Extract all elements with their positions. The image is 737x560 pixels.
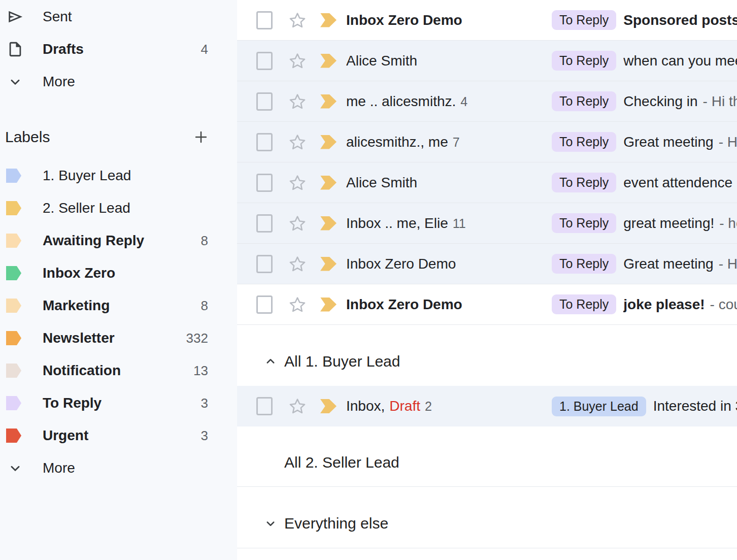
email-row[interactable]: Inbox Zero Demo To Reply Sponsored posts… [237, 0, 737, 41]
sidebar-label-awaiting-reply[interactable]: Awaiting Reply 8 [0, 224, 237, 257]
label-name: 1. Buyer Lead [43, 168, 208, 184]
label-tag-icon [6, 266, 21, 280]
labels-title: Labels [5, 128, 50, 146]
section-title: All 2. Seller Lead [284, 454, 399, 471]
thread-count: 7 [453, 135, 460, 150]
label-tag-icon [6, 169, 21, 183]
label-badge[interactable]: To Reply [552, 10, 616, 30]
importance-marker-icon[interactable] [320, 216, 337, 230]
star-icon[interactable] [288, 133, 307, 152]
sidebar-label-to-reply[interactable]: To Reply 3 [0, 387, 237, 419]
importance-marker-icon[interactable] [320, 399, 337, 413]
email-sender: Alice Smith [346, 53, 552, 69]
label-tag-icon [6, 364, 21, 378]
email-row[interactable]: Inbox .. me, Elie11 To Reply great meeti… [237, 203, 737, 244]
sidebar-item-sent[interactable]: Sent [0, 1, 237, 33]
select-checkbox[interactable] [256, 397, 273, 415]
email-subject: Great meeting [623, 134, 713, 150]
label-badge[interactable]: To Reply [552, 51, 616, 71]
sidebar-label-seller-lead[interactable]: 2. Seller Lead [0, 192, 237, 224]
email-subject: great meeting! [623, 215, 714, 232]
label-badge[interactable]: To Reply [552, 294, 616, 314]
sidebar-label-marketing[interactable]: Marketing 8 [0, 289, 237, 322]
select-checkbox[interactable] [256, 255, 273, 273]
chevron-down-icon[interactable] [263, 516, 278, 531]
sidebar-item-label: Drafts [43, 41, 201, 57]
sidebar: Sent Drafts 4 More Labels 1. Buyer Lead … [0, 0, 237, 560]
sidebar-label-newsletter[interactable]: Newsletter 332 [0, 322, 237, 354]
draft-label: Draft [389, 398, 420, 414]
importance-marker-icon[interactable] [320, 13, 337, 27]
email-row[interactable]: alicesmithz., me7 To Reply Great meeting… [237, 122, 737, 162]
section-header-buyer-lead[interactable]: All 1. Buyer Lead [237, 325, 737, 386]
email-row[interactable]: Alice Smith To Reply event attendence- H [237, 162, 737, 203]
star-icon[interactable] [288, 214, 307, 233]
email-sender: Inbox .. me, Elie11 [346, 215, 552, 232]
star-icon[interactable] [288, 92, 307, 111]
label-badge[interactable]: To Reply [552, 91, 616, 111]
star-icon[interactable] [288, 11, 307, 30]
label-name: Urgent [43, 427, 201, 444]
star-icon[interactable] [288, 51, 307, 71]
email-subject: joke please! [623, 297, 705, 313]
section-header-everything-else[interactable]: Everything else [237, 487, 737, 548]
importance-marker-icon[interactable] [320, 257, 337, 271]
email-sender: Inbox,Draft2 [346, 398, 552, 414]
chevron-down-icon [6, 73, 24, 91]
label-badge[interactable]: To Reply [552, 254, 616, 274]
select-checkbox[interactable] [256, 11, 273, 29]
email-sender: Inbox Zero Demo [346, 12, 552, 28]
label-count: 332 [186, 331, 208, 346]
label-name: Inbox Zero [43, 265, 208, 281]
sidebar-label-notification[interactable]: Notification 13 [0, 354, 237, 387]
label-count: 3 [201, 428, 208, 444]
sidebar-item-label: More [43, 74, 208, 90]
select-checkbox[interactable] [256, 92, 273, 111]
star-icon[interactable] [288, 254, 307, 274]
label-count: 8 [201, 298, 208, 314]
email-snippet: - Hi ther [703, 93, 737, 110]
importance-marker-icon[interactable] [320, 176, 337, 190]
importance-marker-icon[interactable] [320, 54, 337, 68]
email-row[interactable]: Inbox Zero Demo To Reply Great meeting- … [237, 244, 737, 284]
email-row[interactable]: Alice Smith To Reply when can you meet [237, 41, 737, 81]
select-checkbox[interactable] [256, 133, 273, 151]
label-badge[interactable]: To Reply [552, 213, 616, 233]
label-tag-icon [6, 429, 21, 443]
email-subject: event attendence [623, 175, 732, 191]
label-tag-icon [6, 331, 21, 345]
star-icon[interactable] [288, 173, 307, 192]
sidebar-item-more-top[interactable]: More [0, 65, 237, 98]
sidebar-item-label: Sent [43, 9, 208, 25]
section-header-seller-lead[interactable]: All 2. Seller Lead [237, 426, 737, 487]
add-label-button[interactable] [192, 128, 210, 146]
sidebar-label-inbox-zero[interactable]: Inbox Zero [0, 257, 237, 289]
label-badge[interactable]: 1. Buyer Lead [552, 397, 646, 416]
email-row[interactable]: Inbox Zero Demo To Reply joke please!- c… [237, 284, 737, 325]
email-sender: Inbox Zero Demo [346, 297, 552, 313]
importance-marker-icon[interactable] [320, 135, 337, 149]
label-tag-icon [6, 396, 21, 410]
select-checkbox[interactable] [256, 174, 273, 192]
email-subject: Sponsored posts [623, 12, 737, 28]
chevron-up-icon[interactable] [263, 354, 278, 369]
label-tag-icon [6, 299, 21, 313]
importance-marker-icon[interactable] [320, 94, 337, 109]
label-badge[interactable]: To Reply [552, 132, 616, 152]
sidebar-item-more-labels[interactable]: More [0, 452, 237, 484]
star-icon[interactable] [288, 397, 307, 416]
select-checkbox[interactable] [256, 295, 273, 314]
label-badge[interactable]: To Reply [552, 173, 616, 192]
labels-header: Labels [0, 121, 237, 153]
email-row[interactable]: Inbox,Draft2 1. Buyer Lead Interested in… [237, 386, 737, 426]
email-row[interactable]: me .. alicesmithz.4 To Reply Checking in… [237, 81, 737, 122]
chevron-down-icon [6, 459, 24, 477]
importance-marker-icon[interactable] [320, 298, 337, 312]
thread-count: 4 [460, 94, 467, 109]
sidebar-item-drafts[interactable]: Drafts 4 [0, 33, 237, 65]
sidebar-label-buyer-lead[interactable]: 1. Buyer Lead [0, 159, 237, 192]
sidebar-label-urgent[interactable]: Urgent 3 [0, 419, 237, 452]
select-checkbox[interactable] [256, 52, 273, 70]
select-checkbox[interactable] [256, 214, 273, 233]
star-icon[interactable] [288, 295, 307, 314]
